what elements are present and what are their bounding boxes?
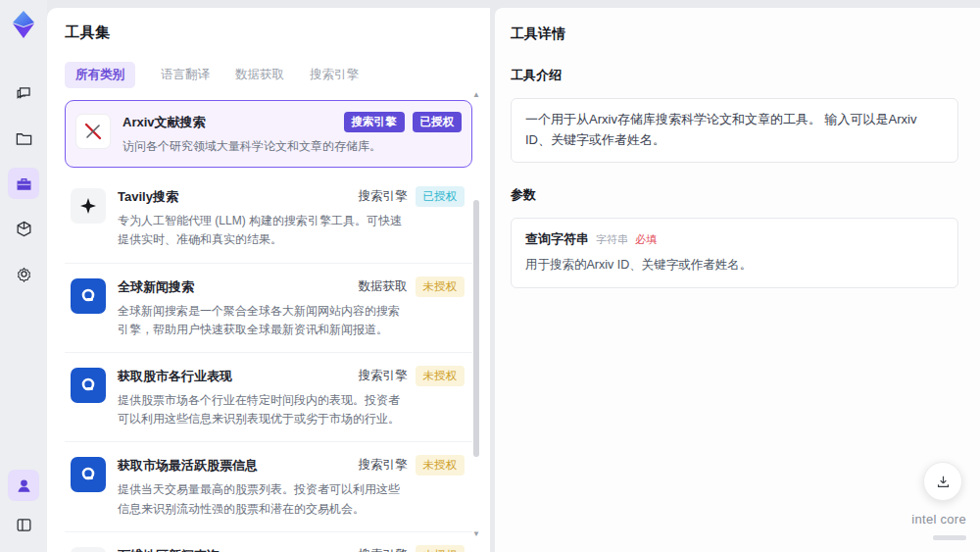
news-service-icon [71,278,106,314]
tool-list-panel: 工具集 所有类别 语言翻译 数据获取 搜索引擎 Arxiv文献搜索 [47,8,490,552]
tool-name: 全球新闻搜索 [118,276,359,296]
tavily-star-icon [71,188,106,224]
app-window: 工具集 所有类别 语言翻译 数据获取 搜索引擎 Arxiv文献搜索 [0,0,980,552]
tool-description: 全球新闻搜索是一个聚合全球各大新闻网站内容的搜索引擎，帮助用户快速获取全球最新资… [118,302,406,339]
tool-card-arxiv[interactable]: Arxiv文献搜索 搜索引擎 已授权 访问各个研究领域大量科学论文和文章的存储库… [65,100,472,168]
download-icon [935,474,952,490]
auth-status-badge: 已授权 [416,186,466,207]
category-label: 数据获取 [359,278,408,295]
tool-name: 万维地区新闻查询 [118,545,359,552]
list-scrollbar[interactable]: ▲ ▼ [471,90,481,538]
tool-card-regional-news[interactable]: 万维地区新闻查询 搜索引擎 未授权 查询具体行政区划内的新闻，快速了解各地新闻动 [65,532,472,552]
category-badge: 搜索引擎 [344,112,405,132]
intro-heading: 工具介绍 [511,67,958,84]
tool-card-list: Arxiv文献搜索 搜索引擎 已授权 访问各个研究领域大量科学论文和文章的存储库… [65,100,472,552]
category-tabs: 所有类别 语言翻译 数据获取 搜索引擎 [65,62,472,88]
tool-card-sector-performance[interactable]: 获取股市各行业表现 搜索引擎 未授权 提供股票市场各个行业在特定时间段内的表现。… [65,353,472,442]
tab-search-engine[interactable]: 搜索引擎 [310,62,359,88]
category-label: 搜索引擎 [359,368,408,384]
auth-status-badge: 已授权 [413,112,463,132]
intel-core-logo: intel core [911,512,966,544]
param-description: 用于搜索的Arxiv ID、关键字或作者姓名。 [525,257,944,274]
intro-text: 一个用于从Arxiv存储库搜索科学论文和文章的工具。 输入可以是Arxiv ID… [525,112,916,147]
tool-name: 获取股市各行业表现 [118,366,359,385]
scroll-down-icon[interactable]: ▼ [471,529,481,538]
params-heading: 参数 [511,186,958,204]
download-button[interactable] [923,462,962,501]
left-rail [0,0,47,552]
auth-status-badge: 未授权 [416,455,466,476]
tool-card-global-news[interactable]: 全球新闻搜索 数据获取 未授权 全球新闻搜索是一个聚合全球各大新闻网站内容的搜索… [65,264,472,353]
tool-name: Tavily搜索 [118,186,359,206]
scrollbar-thumb[interactable] [473,200,479,457]
news-service-icon [71,457,106,492]
category-label: 搜索引擎 [359,547,408,552]
toolbox-icon[interactable] [8,168,39,199]
auth-status-badge: 未授权 [416,366,466,386]
param-type: 字符串 [596,232,628,247]
tool-name: 获取市场最活跃股票信息 [118,455,359,475]
building-icon [71,547,106,552]
tool-name: Arxiv文献搜索 [122,112,344,131]
settings-icon[interactable] [8,258,39,289]
tool-description: 访问各个研究领域大量科学论文和文章的存储库。 [122,137,411,156]
tool-description: 专为人工智能代理 (LLM) 构建的搜索引擎工具。可快速提供实时、准确和真实的结… [118,212,406,249]
page-title: 工具集 [65,24,472,42]
category-label: 搜索引擎 [359,188,408,205]
tab-language-translation[interactable]: 语言翻译 [161,62,210,88]
cube-icon[interactable] [8,213,39,244]
param-required-flag: 必填 [635,232,657,247]
tool-card-tavily[interactable]: Tavily搜索 搜索引擎 已授权 专为人工智能代理 (LLM) 构建的搜索引擎… [65,174,472,263]
tool-description: 提供股票市场各个行业在特定时间段内的表现。投资者可以利用这些信息来识别表现优于或… [118,391,406,428]
category-label: 搜索引擎 [359,457,408,474]
detail-title: 工具详情 [511,25,958,43]
tool-card-active-stocks[interactable]: 获取市场最活跃股票信息 搜索引擎 未授权 提供当天交易量最高的股票列表。投资者可… [65,442,472,531]
app-logo-icon[interactable] [8,9,39,40]
panel-toggle-icon[interactable] [8,509,39,540]
param-name: 查询字符串 [525,230,589,248]
tool-description: 提供当天交易量最高的股票列表。投资者可以利用这些信息来识别流动性强的股票和潜在的… [118,480,406,518]
auth-status-badge: 未授权 [416,545,466,552]
news-service-icon [71,368,106,403]
tab-data-fetch[interactable]: 数据获取 [235,62,284,88]
intel-core-text: intel core [911,512,966,527]
arxiv-logo-icon [75,114,111,149]
scroll-up-icon[interactable]: ▲ [471,90,481,99]
user-icon[interactable] [8,470,39,501]
chat-icon[interactable] [8,77,39,109]
param-card: 查询字符串 字符串 必填 用于搜索的Arxiv ID、关键字或作者姓名。 [511,218,958,288]
tab-all-categories[interactable]: 所有类别 [65,62,135,88]
auth-status-badge: 未授权 [416,276,466,297]
tool-detail-panel: 工具详情 工具介绍 一个用于从Arxiv存储库搜索科学论文和文章的工具。 输入可… [495,8,980,552]
intel-core-sub-badge [933,535,966,540]
intro-box: 一个用于从Arxiv存储库搜索科学论文和文章的工具。 输入可以是Arxiv ID… [511,98,958,163]
folder-icon[interactable] [8,123,39,154]
